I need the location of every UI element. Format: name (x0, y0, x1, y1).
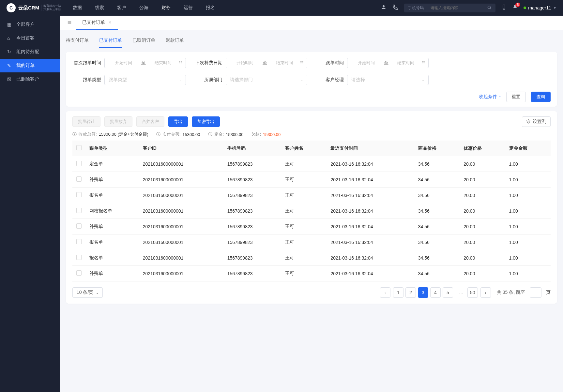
page-button-2[interactable]: 2 (405, 287, 416, 298)
svg-point-3 (504, 8, 504, 8)
next-fee-daterange[interactable]: 开始时间 至 结束时间 ☷ (226, 58, 307, 68)
filter-label-follow-type: 跟单类型 (72, 77, 101, 83)
first-follow-daterange[interactable]: 开始时间 至 结束时间 ☷ (104, 58, 186, 68)
cell: 2021031600000001 (139, 266, 223, 281)
page-tab-label: 已支付订单 (82, 20, 105, 25)
column-header: 客户姓名 (281, 141, 327, 156)
topnav-item-3[interactable]: 公海 (137, 5, 150, 11)
cell: 34.56 (414, 234, 460, 250)
sidebar-item-1[interactable]: ⌂今日首客 (0, 31, 60, 45)
orders-table: 跟单类型客户ID手机号码客户姓名最近支付时间商品价格优惠价格定金金额 定金单20… (72, 141, 551, 281)
calendar-icon: ☷ (179, 61, 182, 65)
row-checkbox[interactable] (76, 255, 82, 260)
batch-abandon-button[interactable]: 批量放弃 (104, 116, 132, 127)
sidebar-icon: ↻ (7, 49, 12, 54)
search-input[interactable] (431, 6, 487, 10)
table-row[interactable]: 补费单20210316000000011567899823王可2021-03-1… (72, 219, 551, 234)
table-row[interactable]: 补费单20210316000000011567899823王可2021-03-1… (72, 172, 551, 188)
page-button-3[interactable]: 3 (418, 287, 428, 298)
search-type-select[interactable]: 手机号码 (408, 5, 427, 11)
manager-select[interactable]: 请选择 ⌄ (347, 75, 429, 85)
global-search[interactable]: 手机号码 (404, 4, 495, 12)
search-icon[interactable] (487, 5, 492, 11)
info-icon: ⓘ (72, 131, 77, 137)
sidebar-item-4[interactable]: ☒已删除客户 (0, 72, 60, 86)
cell: 2021-03-16 16:32:04 (327, 156, 414, 172)
topnav-item-1[interactable]: 线索 (93, 5, 106, 11)
topnav-item-6[interactable]: 报名 (204, 5, 217, 11)
jump-page-input[interactable] (530, 287, 541, 298)
sidebar-item-2[interactable]: ↻组内待分配 (0, 45, 60, 59)
encrypt-export-button[interactable]: 加密导出 (192, 116, 220, 127)
user-icon[interactable] (381, 4, 387, 11)
cell: 20.00 (460, 250, 505, 266)
phone-icon[interactable] (392, 4, 398, 11)
close-icon[interactable]: ✕ (108, 20, 112, 25)
row-checkbox[interactable] (76, 239, 82, 244)
table-row[interactable]: 报名单20210316000000011567899823王可2021-03-1… (72, 250, 551, 266)
mobile-icon[interactable] (501, 5, 507, 11)
sidebar-toggle-icon[interactable] (63, 17, 76, 29)
cell: 王可 (281, 188, 327, 203)
sub-tab-3[interactable]: 退款订单 (166, 35, 184, 48)
per-page-select[interactable]: 10 条/页 ⌄ (72, 287, 103, 298)
sub-tab-1[interactable]: 已支付订单 (99, 35, 122, 48)
table-row[interactable]: 补费单20210316000000011567899823王可2021-03-1… (72, 266, 551, 281)
reset-button[interactable]: 重置 (506, 92, 526, 102)
pagination-total: 共 35 条, 跳至 (497, 290, 525, 295)
merge-customer-button[interactable]: 合并客户 (136, 116, 164, 127)
cell: 王可 (281, 219, 327, 234)
topnav-item-2[interactable]: 客户 (115, 5, 128, 11)
row-checkbox[interactable] (76, 208, 82, 213)
cell: 20.00 (460, 203, 505, 219)
sidebar-item-label: 已删除客户 (16, 76, 39, 82)
table-row[interactable]: 定金单20210316000000011567899823王可2021-03-1… (72, 156, 551, 172)
cell: 1567899823 (223, 219, 281, 234)
cell: 2021031600000001 (139, 172, 223, 188)
user-menu[interactable]: manager11 ▼ (524, 5, 556, 10)
cell: 1.00 (505, 203, 551, 219)
query-button[interactable]: 查询 (531, 92, 551, 102)
cell: 1567899823 (223, 172, 281, 188)
column-header: 定金金额 (505, 141, 551, 156)
next-page-button[interactable]: › (480, 287, 491, 298)
follow-time-daterange[interactable]: 开始时间 至 结束时间 ☷ (347, 58, 429, 68)
topnav-item-5[interactable]: 运营 (182, 5, 195, 11)
filter-label-first-follow: 首次跟单时间 (72, 60, 101, 66)
jump-suffix: 页 (546, 290, 551, 295)
sub-tab-2[interactable]: 已取消订单 (132, 35, 155, 48)
batch-transfer-button[interactable]: 批量转让 (72, 116, 100, 127)
table-row[interactable]: 报名单20210316000000011567899823王可2021-03-1… (72, 188, 551, 203)
row-checkbox[interactable] (76, 161, 82, 166)
page-button-1[interactable]: 1 (393, 287, 403, 298)
follow-type-select[interactable]: 跟单类型 ⌄ (104, 75, 186, 85)
sub-tab-0[interactable]: 待支付订单 (66, 35, 89, 48)
topnav-item-4[interactable]: 财务 (160, 5, 173, 11)
column-header: 手机号码 (223, 141, 281, 156)
select-all-checkbox[interactable] (76, 145, 82, 150)
table-row[interactable]: 报名单20210316000000011567899823王可2021-03-1… (72, 234, 551, 250)
dept-select[interactable]: 请选择部门 ⌄ (226, 75, 307, 85)
bell-icon[interactable]: 5 (512, 5, 518, 11)
row-checkbox[interactable] (76, 192, 82, 197)
column-settings-button[interactable]: 设置列 (522, 116, 551, 127)
row-checkbox[interactable] (76, 223, 82, 229)
row-checkbox[interactable] (76, 176, 82, 182)
page-button-5[interactable]: 5 (443, 287, 453, 298)
topnav-item-0[interactable]: 数据 (71, 5, 84, 11)
cell: 补费单 (85, 219, 139, 234)
cell: 2021-03-16 16:32:04 (327, 266, 414, 281)
table-row[interactable]: 网校报名单20210316000000011567899823王可2021-03… (72, 203, 551, 219)
prev-page-button[interactable]: ‹ (380, 287, 390, 298)
logo[interactable]: C 云朵CRM 教育机构一站式服务云平台 (7, 3, 61, 12)
page-last-button[interactable]: 50 (467, 287, 478, 298)
cell: 20.00 (460, 172, 505, 188)
status-dot-icon (524, 7, 526, 9)
sidebar-item-3[interactable]: ✎我的订单 (0, 59, 60, 72)
collapse-filters-link[interactable]: 收起条件 ⌃ (479, 94, 501, 100)
row-checkbox[interactable] (76, 270, 82, 276)
page-button-4[interactable]: 4 (430, 287, 441, 298)
sidebar-item-0[interactable]: ▦全部客户 (0, 18, 60, 31)
page-tab-paid-orders[interactable]: 已支付订单 ✕ (76, 16, 118, 30)
export-button[interactable]: 导出 (168, 116, 188, 127)
